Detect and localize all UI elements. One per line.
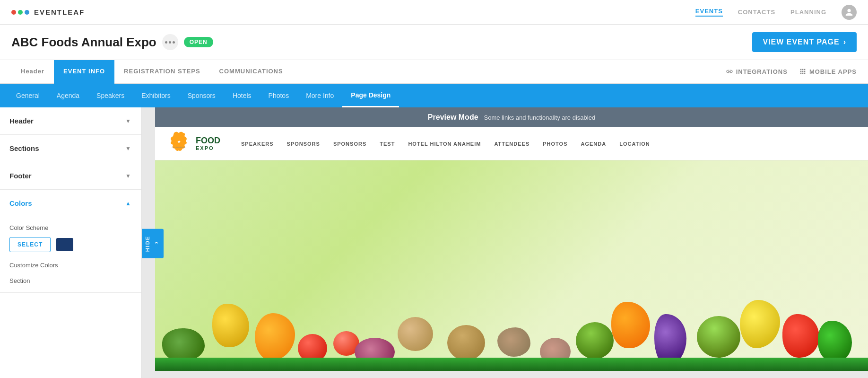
nav-events[interactable]: EVENTS [695,8,723,17]
chevron-down-icon-sections: ▼ [124,145,132,152]
nav-item-hotel[interactable]: HOTEL HILTON ANAHEIM [401,141,487,147]
hide-panel-button[interactable]: HIDE ‹ [142,229,164,258]
mobile-apps-button[interactable]: MOBILE APPS [799,68,857,75]
preview-mode-bar: Preview Mode Some links and functionalit… [155,107,868,127]
squash-veg [162,328,205,361]
pepper-green [818,321,852,362]
nav-planning[interactable]: PLANNING [790,9,826,16]
color-scheme-row: SELECT [9,237,132,252]
sidebar-header-section: Header ▼ [0,107,141,135]
left-sidebar: Header ▼ Sections ▼ Footer ▼ Colors ▲ [0,107,142,378]
customize-colors-link[interactable]: Customize Colors [9,262,132,269]
preview-mode-sub: Some links and functionality are disable… [484,114,596,121]
tab-communications[interactable]: COMMUNICATIONS [210,60,293,84]
integrations-label: INTEGRATIONS [736,68,788,75]
nav-links: EVENTS CONTACTS PLANNING [695,5,857,20]
color-swatch [56,238,73,251]
food-expo-nav-items: SPEAKERS SPONSORS SPONSORS TEST HOTEL HI… [234,141,657,147]
nav-general[interactable]: General [8,84,48,107]
footer-section-label: Footer [9,172,32,180]
link-icon [726,68,733,75]
tab-event-info[interactable]: EVENT INFO [54,60,114,84]
nav-exhibitors[interactable]: Exhibitors [133,84,179,107]
dot1 [165,41,167,44]
more-options-button[interactable] [162,34,178,50]
nav-more-info[interactable]: More Info [297,84,342,107]
top-nav: EVENTLEAF EVENTS CONTACTS PLANNING [0,0,868,25]
preview-mode-title: Preview Mode [428,113,478,122]
view-event-button[interactable]: VIEW EVENT PAGE › [752,32,857,52]
broccoli-2 [697,316,740,358]
nav-hotels[interactable]: Hotels [224,84,260,107]
page-design-nav: General Agenda Speakers Exhibitors Spons… [0,84,868,107]
broccoli-1 [576,322,614,359]
food-expo-nav: ★ CALIFORNIA FOOD EXPO SPEAKERS SPONSORS… [155,127,868,160]
tab-bar: Header EVENT INFO REGISTRATION STEPS COM… [0,60,868,84]
grid-icon [799,68,807,75]
nav-item-attendees[interactable]: ATTENDEES [487,141,536,147]
logo-dots [11,10,29,15]
nav-contacts[interactable]: CONTACTS [738,9,775,16]
sidebar-footer-toggle[interactable]: Footer ▼ [0,162,141,189]
mobile-apps-label: MOBILE APPS [809,68,857,75]
dot-green [18,10,23,15]
logo-area: EVENTLEAF [11,8,85,16]
sidebar-footer-section: Footer ▼ [0,162,141,190]
logo-text: EVENTLEAF [34,8,85,16]
nav-item-speakers[interactable]: SPEAKERS [234,141,280,147]
nav-item-location[interactable]: LOCATION [613,141,657,147]
onion-yellow-2 [447,325,485,360]
nav-item-sponsors1[interactable]: SPONSORS [280,141,327,147]
veggie-display [155,192,868,371]
logo-expo: EXPO [196,145,220,151]
tab-reports[interactable]: Header [11,60,54,84]
logo-food: FOOD [196,136,220,146]
hide-arrow-icon: ‹ [153,242,161,245]
nav-speakers[interactable]: Speakers [88,84,133,107]
sidebar-colors-toggle[interactable]: Colors ▲ [0,190,141,217]
pepper-orange-mid [611,302,650,348]
tab-bar-left: Header EVENT INFO REGISTRATION STEPS COM… [11,60,293,83]
svg-text:CALIFORNIA: CALIFORNIA [172,146,185,149]
potato-1 [497,327,530,357]
dot3 [173,41,175,44]
integrations-button[interactable]: INTEGRATIONS [726,68,788,75]
svg-text:★: ★ [177,140,181,144]
tab-bar-right: INTEGRATIONS MOBILE APPS [726,68,857,75]
select-color-scheme-button[interactable]: SELECT [9,237,51,252]
user-avatar[interactable] [842,5,857,20]
onion-yellow-1 [398,317,433,351]
main-layout: Header ▼ Sections ▼ Footer ▼ Colors ▲ [0,107,868,378]
tab-registration-steps[interactable]: REGISTRATION STEPS [114,60,210,84]
nav-photos[interactable]: Photos [260,84,298,107]
nav-item-sponsors2[interactable]: SPONSORS [327,141,373,147]
sidebar-sections-section: Sections ▼ [0,135,141,162]
chevron-down-icon-footer: ▼ [124,172,132,180]
nav-item-agenda[interactable]: AGENDA [574,141,613,147]
sections-section-label: Sections [9,144,39,152]
header-section-label: Header [9,117,34,125]
event-title-area: ABC Foods Annual Expo OPEN [11,34,213,50]
food-expo-logo: ★ CALIFORNIA FOOD EXPO [165,131,220,157]
nav-agenda[interactable]: Agenda [48,84,88,107]
pepper-yellow-right [740,300,780,348]
colors-content: Color Scheme SELECT Customize Colors Sec… [0,217,141,292]
dot2 [169,41,171,44]
sidebar-sections-toggle[interactable]: Sections ▼ [0,135,141,162]
chevron-down-icon: ▼ [124,117,132,125]
pepper-yellow-left [212,304,249,347]
dot-blue [25,10,29,15]
hide-label: HIDE [145,235,150,251]
colors-section-label: Colors [9,199,32,207]
nav-item-test[interactable]: TEST [373,141,401,147]
sidebar-colors-section: Colors ▲ Color Scheme SELECT Customize C… [0,190,141,293]
nav-sponsors[interactable]: Sponsors [179,84,224,107]
nav-item-photos[interactable]: PHOTOS [536,141,574,147]
dot-red [11,10,16,15]
hero-image [155,160,868,371]
sidebar-header-toggle[interactable]: Header ▼ [0,107,141,134]
pepper-red-right [782,314,819,358]
nav-page-design[interactable]: Page Design [342,84,399,107]
herb-base [155,358,868,371]
pepper-orange-left [255,313,295,360]
